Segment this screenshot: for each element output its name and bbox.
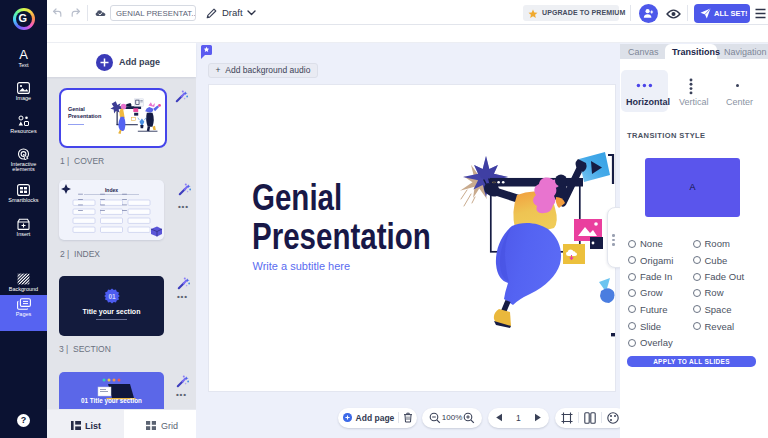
svg-text:01: 01 [108,293,116,300]
